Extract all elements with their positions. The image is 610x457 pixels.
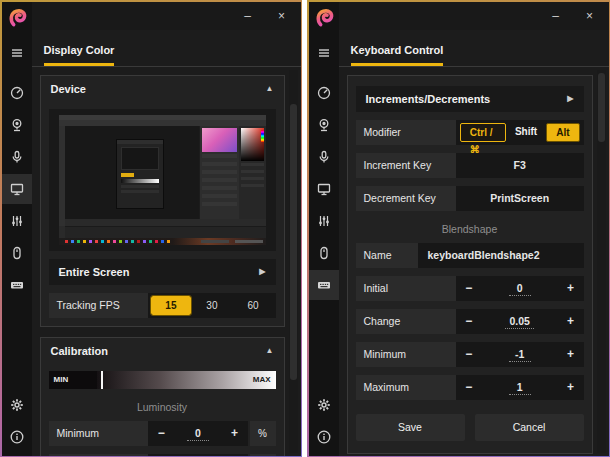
change-label: Change (356, 309, 456, 334)
modifier-ctrl-button[interactable]: Ctrl / ⌘ (460, 123, 506, 142)
increments-decrements-button[interactable]: Increments/Decrements ▶ (356, 86, 584, 112)
titlebar: – × (32, 2, 301, 30)
tab-display-color[interactable]: Display Color (44, 44, 115, 66)
tabbar: Display Color (32, 30, 301, 67)
info-icon[interactable] (2, 422, 32, 452)
fps-option-30[interactable]: 30 (192, 296, 232, 315)
sidebar (2, 2, 32, 456)
minimize-button[interactable]: – (543, 6, 569, 26)
maximum-label: Maximum (49, 454, 149, 456)
settings-gear-icon[interactable] (309, 390, 339, 420)
scrollbar-thumb[interactable] (290, 104, 297, 380)
keyboard-control-content: Increments/Decrements ▶ Modifier Ctrl / … (339, 67, 609, 456)
minimum-label: Minimum (49, 421, 149, 446)
chevron-right-icon: ▶ (567, 94, 573, 103)
sidebar-item-display[interactable] (309, 174, 339, 204)
screen-preview (49, 109, 276, 251)
sidebar-item-gauge[interactable] (2, 78, 32, 108)
sidebar-item-equalizer[interactable] (309, 206, 339, 236)
menu-icon[interactable] (2, 38, 32, 68)
gradient-max-label: MAX (253, 375, 276, 384)
increment-button[interactable]: + (558, 314, 584, 328)
tab-keyboard-control[interactable]: Keyboard Control (351, 44, 444, 66)
increment-button[interactable]: + (558, 380, 584, 394)
fps-option-60[interactable]: 60 (233, 296, 273, 315)
scrollbar[interactable] (289, 70, 298, 453)
fps-segmented-control: 15 30 60 (148, 293, 275, 318)
initial-row: Initial − 0 + (356, 276, 584, 301)
blendshape-minimum-row: Minimum − -1 + (356, 342, 584, 367)
sidebar-item-microphone[interactable] (309, 142, 339, 172)
save-button[interactable]: Save (356, 414, 465, 441)
info-icon[interactable] (309, 422, 339, 452)
keyboard-panel: Increments/Decrements ▶ Modifier Ctrl / … (347, 75, 593, 454)
collapse-icon[interactable]: ▲ (266, 346, 274, 355)
increment-button[interactable]: + (558, 347, 584, 361)
sidebar-item-mouse[interactable] (309, 238, 339, 268)
modifier-shift-button[interactable]: Shift (506, 123, 546, 142)
sidebar-item-microphone[interactable] (2, 142, 32, 172)
sidebar (309, 2, 339, 456)
app-logo-icon (309, 2, 339, 32)
increment-key-label: Increment Key (356, 153, 456, 178)
increment-button[interactable]: + (222, 426, 248, 440)
window-keyboard-control: – × Keyboard Control Increments/Decremen… (307, 0, 610, 457)
calibration-panel: Calibration ▲ MIN MAX Luminosity Minimum… (40, 337, 285, 456)
decrement-button[interactable]: − (456, 347, 482, 361)
capture-source-selector[interactable]: Entire Screen ▶ (49, 259, 276, 285)
titlebar: – × (339, 2, 609, 30)
modifier-row: Modifier Ctrl / ⌘ Shift Alt (356, 120, 584, 145)
calibration-section-title: Calibration (51, 345, 108, 357)
sidebar-item-display[interactable] (2, 174, 32, 204)
luminosity-group-label: Luminosity (49, 401, 276, 413)
tabbar: Keyboard Control (339, 30, 609, 67)
device-panel: Device ▲ Entire Screen (40, 75, 285, 327)
maximum-value-field[interactable]: 1 (509, 380, 531, 395)
blendshape-name-row: Name keyboardBlendshape2 (356, 243, 584, 268)
sidebar-item-webcam[interactable] (309, 110, 339, 140)
minimum-label: Minimum (356, 342, 456, 367)
name-label: Name (356, 243, 418, 268)
fps-option-15[interactable]: 15 (151, 296, 191, 315)
collapse-icon[interactable]: ▲ (266, 84, 274, 93)
change-value-field[interactable]: 0.05 (505, 314, 533, 329)
increment-key-value[interactable]: F3 (456, 159, 584, 171)
display-color-content: Device ▲ Entire Screen (32, 67, 301, 456)
minimum-value-field[interactable]: -1 (509, 347, 531, 362)
minimize-button[interactable]: – (235, 6, 261, 26)
scrollbar-thumb[interactable] (598, 73, 605, 142)
settings-gear-icon[interactable] (2, 390, 32, 420)
decrement-key-value[interactable]: PrintScreen (456, 192, 584, 204)
modifier-alt-button[interactable]: Alt (546, 123, 579, 142)
minimum-value-field[interactable]: 0 (187, 426, 209, 441)
percent-unit: % (250, 421, 276, 446)
increment-key-row: Increment Key F3 (356, 153, 584, 178)
tracking-fps-label: Tracking FPS (49, 293, 149, 318)
cancel-button[interactable]: Cancel (475, 414, 584, 441)
decrement-button[interactable]: − (148, 426, 174, 440)
decrement-button[interactable]: − (456, 281, 482, 295)
sidebar-item-equalizer[interactable] (2, 206, 32, 236)
gradient-min-label: MIN (49, 371, 97, 389)
menu-icon[interactable] (309, 38, 339, 68)
blendshape-name-field[interactable]: keyboardBlendshape2 (418, 249, 540, 261)
change-row: Change − 0.05 + (356, 309, 584, 334)
close-button[interactable]: × (269, 6, 295, 26)
sidebar-item-gauge[interactable] (309, 78, 339, 108)
increment-button[interactable]: + (558, 281, 584, 295)
close-button[interactable]: × (577, 6, 603, 26)
device-section-title: Device (51, 83, 86, 95)
sidebar-item-webcam[interactable] (2, 110, 32, 140)
decrement-key-label: Decrement Key (356, 186, 456, 211)
luminosity-minimum-row: Minimum − 0 + % (49, 421, 276, 446)
sidebar-item-mouse[interactable] (2, 238, 32, 268)
sidebar-item-keyboard[interactable] (309, 270, 339, 300)
blendshape-maximum-row: Maximum − 1 + (356, 375, 584, 400)
decrement-button[interactable]: − (456, 314, 482, 328)
decrement-button[interactable]: − (456, 380, 482, 394)
sidebar-item-keyboard[interactable] (2, 270, 32, 300)
gradient-marker[interactable] (101, 371, 103, 389)
scrollbar[interactable] (597, 70, 606, 453)
initial-value-field[interactable]: 0 (509, 281, 531, 296)
blendshape-group-label: Blendshape (356, 223, 584, 235)
